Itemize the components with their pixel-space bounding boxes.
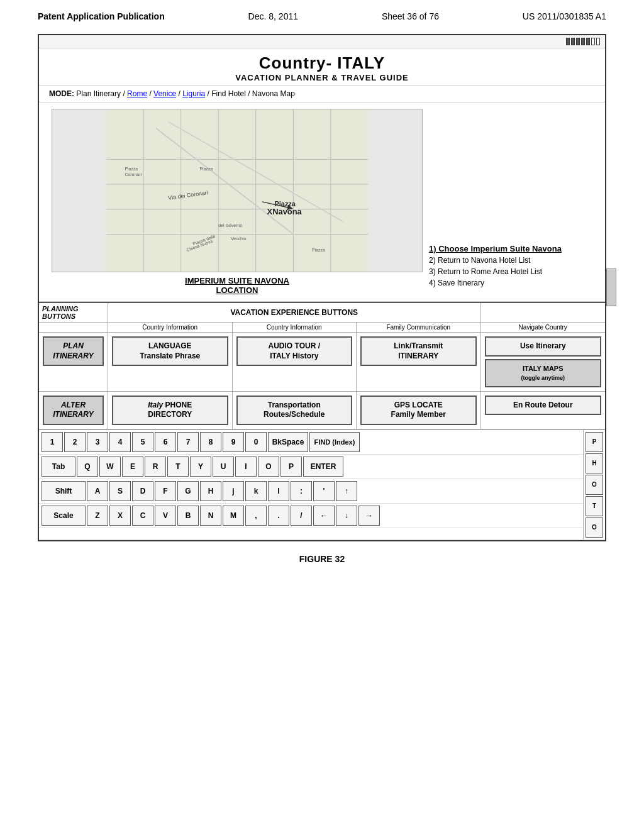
key-a[interactable]: A xyxy=(87,481,108,501)
key-f[interactable]: F xyxy=(155,481,176,501)
key-left[interactable]: ← xyxy=(313,506,335,526)
key-7[interactable]: 7 xyxy=(177,432,199,452)
scroll-handle[interactable] xyxy=(606,268,616,306)
plan-itinerary-button[interactable]: PLANITINERARY xyxy=(43,336,104,366)
key-p[interactable]: P xyxy=(280,456,302,477)
key-down[interactable]: ↓ xyxy=(336,506,357,526)
key-tab[interactable]: Tab xyxy=(42,456,75,477)
key-i[interactable]: I xyxy=(235,456,257,477)
key-shift[interactable]: Shift xyxy=(42,481,86,501)
choice-1[interactable]: 1) Choose Imperium Suite Navona xyxy=(429,243,592,255)
key-m[interactable]: M xyxy=(223,506,244,526)
gps-locate-button[interactable]: GPS LOCATEFamily Member xyxy=(360,396,477,425)
key-colon[interactable]: : xyxy=(291,481,312,501)
figure-caption: FIGURE 32 xyxy=(0,554,644,564)
key-9[interactable]: 9 xyxy=(223,432,244,452)
key-right[interactable]: → xyxy=(358,506,380,526)
key-t-side[interactable]: T xyxy=(586,496,603,516)
navigate-header: Navigate Country xyxy=(481,323,606,332)
key-o2-side[interactable]: O xyxy=(586,517,603,538)
battery-seg-6 xyxy=(591,38,595,45)
alter-itinerary-button[interactable]: ALTERITINERARY xyxy=(43,396,104,425)
key-t[interactable]: T xyxy=(167,456,189,477)
publication-label: Patent Application Publication xyxy=(38,11,165,21)
key-d[interactable]: D xyxy=(132,481,153,501)
sheet-info: Sheet 36 of 76 xyxy=(382,11,439,21)
key-2[interactable]: 2 xyxy=(64,432,86,452)
language-btn-cell: LANGUAGETranslate Phrase xyxy=(108,333,233,391)
family-comm-header: Family Communication xyxy=(357,323,481,332)
venice-link[interactable]: Venice xyxy=(153,89,176,98)
country-title: Country- ITALY xyxy=(45,53,599,73)
audio-italy-button[interactable]: AUDIO TOUR /ITALY History xyxy=(236,336,353,366)
key-z[interactable]: Z xyxy=(87,506,108,526)
gps-btn-cell: GPS LOCATEFamily Member xyxy=(357,392,481,429)
top-bar xyxy=(39,35,605,48)
link-transmit-button[interactable]: Link/TransmitITINERARY xyxy=(360,336,477,366)
liguria-link[interactable]: Liguria xyxy=(182,89,205,98)
key-5[interactable]: 5 xyxy=(132,432,153,452)
italy-phone-button[interactable]: Italy PHONEDIRECTORY xyxy=(112,396,228,425)
key-1[interactable]: 1 xyxy=(42,432,63,452)
key-o-side[interactable]: O xyxy=(586,475,603,495)
key-n[interactable]: N xyxy=(200,506,221,526)
alter-btn-cell: ALTERITINERARY xyxy=(39,392,108,429)
veb-subheader: Country Information Country Information … xyxy=(39,323,605,333)
asdf-row: Shift A S D F G H j k l : ' ↑ xyxy=(39,479,583,504)
choice-2[interactable]: 2) Return to Navona Hotel List xyxy=(429,255,592,266)
key-o[interactable]: O xyxy=(258,456,279,477)
key-g[interactable]: G xyxy=(177,481,199,501)
key-v[interactable]: V xyxy=(155,506,176,526)
key-r[interactable]: R xyxy=(145,456,166,477)
veb-col-navigate-empty xyxy=(481,303,606,322)
key-s[interactable]: S xyxy=(109,481,131,501)
key-quote[interactable]: ' xyxy=(313,481,335,501)
key-h-side[interactable]: H xyxy=(586,453,603,473)
use-itinerary-button[interactable]: Use Itinerary xyxy=(485,336,602,357)
key-6[interactable]: 6 xyxy=(155,432,176,452)
key-backspace[interactable]: BkSpace xyxy=(268,432,308,452)
key-u[interactable]: U xyxy=(213,456,234,477)
transportation-button[interactable]: TransportationRoutes/Schedule xyxy=(236,396,353,425)
svg-text:Piazza: Piazza xyxy=(312,248,325,252)
choice-4[interactable]: 4) Save Itinerary xyxy=(429,277,592,289)
key-h[interactable]: H xyxy=(200,481,221,501)
key-x[interactable]: X xyxy=(109,506,131,526)
key-comma[interactable]: , xyxy=(245,506,267,526)
key-0[interactable]: 0 xyxy=(245,432,267,452)
key-find[interactable]: FIND (Index) xyxy=(309,432,360,452)
key-p-side[interactable]: P xyxy=(586,432,603,452)
map-image: Via dei Coronari Piazza XNavona Piazza C… xyxy=(52,109,423,272)
key-up[interactable]: ↑ xyxy=(336,481,357,501)
en-route-button[interactable]: En Route Detour xyxy=(485,396,602,416)
page-header: Patent Application Publication Dec. 8, 2… xyxy=(0,0,644,28)
key-3[interactable]: 3 xyxy=(87,432,108,452)
key-slash[interactable]: / xyxy=(291,506,312,526)
key-scale[interactable]: Scale xyxy=(42,506,86,526)
key-w[interactable]: W xyxy=(99,456,121,477)
italy-maps-button[interactable]: ITALY MAPS(toggle anytime) xyxy=(485,359,602,387)
photo-side-keys: P H O T O xyxy=(583,430,605,540)
key-4[interactable]: 4 xyxy=(109,432,131,452)
key-b[interactable]: B xyxy=(177,506,199,526)
key-8[interactable]: 8 xyxy=(200,432,221,452)
key-q[interactable]: Q xyxy=(77,456,98,477)
phone-btn-cell: Italy PHONEDIRECTORY xyxy=(108,392,233,429)
key-l[interactable]: l xyxy=(268,481,289,501)
svg-text:Coronari: Coronari xyxy=(125,172,142,177)
choice-3[interactable]: 3) Return to Rome Area Hotel List xyxy=(429,266,592,277)
key-c[interactable]: C xyxy=(132,506,153,526)
enroute-btn-cell: En Route Detour xyxy=(481,392,606,429)
key-k[interactable]: k xyxy=(245,481,267,501)
hotel-choice-panel: 1) Choose Imperium Suite Navona 2) Retur… xyxy=(429,109,592,295)
key-period[interactable]: . xyxy=(268,506,289,526)
key-j[interactable]: j xyxy=(223,481,244,501)
language-button[interactable]: LANGUAGETranslate Phrase xyxy=(112,336,228,366)
rome-link[interactable]: Rome xyxy=(127,89,147,98)
title-area: Country- ITALY VACATION PLANNER & TRAVEL… xyxy=(39,48,605,86)
key-enter[interactable]: ENTER xyxy=(303,456,343,477)
key-y[interactable]: Y xyxy=(190,456,211,477)
link-btn-cell: Link/TransmitITINERARY xyxy=(357,333,481,391)
key-e[interactable]: E xyxy=(122,456,143,477)
veb-main-title: VACATION EXPERIENCE BUTTONS xyxy=(108,303,481,322)
